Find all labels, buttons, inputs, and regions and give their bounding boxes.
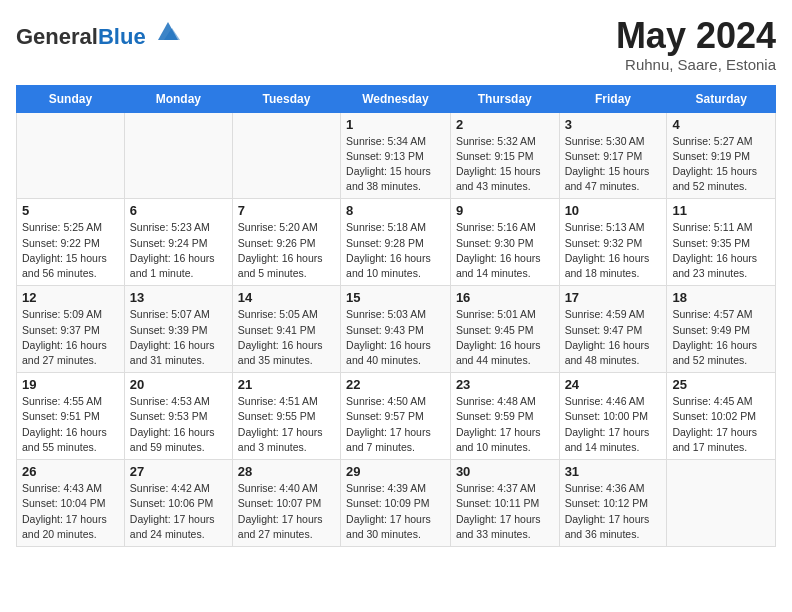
calendar-cell (124, 112, 232, 199)
calendar-cell: 1Sunrise: 5:34 AMSunset: 9:13 PMDaylight… (341, 112, 451, 199)
day-number: 13 (130, 290, 227, 305)
day-detail: Sunrise: 4:36 AMSunset: 10:12 PMDaylight… (565, 481, 662, 542)
day-detail: Sunrise: 5:16 AMSunset: 9:30 PMDaylight:… (456, 220, 554, 281)
day-number: 25 (672, 377, 770, 392)
day-detail: Sunrise: 5:09 AMSunset: 9:37 PMDaylight:… (22, 307, 119, 368)
day-detail: Sunrise: 5:32 AMSunset: 9:15 PMDaylight:… (456, 134, 554, 195)
calendar-cell (232, 112, 340, 199)
day-number: 17 (565, 290, 662, 305)
day-number: 11 (672, 203, 770, 218)
day-number: 30 (456, 464, 554, 479)
day-number: 28 (238, 464, 335, 479)
day-detail: Sunrise: 5:27 AMSunset: 9:19 PMDaylight:… (672, 134, 770, 195)
day-detail: Sunrise: 4:45 AMSunset: 10:02 PMDaylight… (672, 394, 770, 455)
day-number: 21 (238, 377, 335, 392)
day-detail: Sunrise: 4:50 AMSunset: 9:57 PMDaylight:… (346, 394, 445, 455)
day-number: 15 (346, 290, 445, 305)
day-number: 27 (130, 464, 227, 479)
calendar-cell: 6Sunrise: 5:23 AMSunset: 9:24 PMDaylight… (124, 199, 232, 286)
day-detail: Sunrise: 4:37 AMSunset: 10:11 PMDaylight… (456, 481, 554, 542)
logo-icon (154, 16, 182, 44)
day-detail: Sunrise: 4:53 AMSunset: 9:53 PMDaylight:… (130, 394, 227, 455)
day-detail: Sunrise: 5:20 AMSunset: 9:26 PMDaylight:… (238, 220, 335, 281)
day-number: 18 (672, 290, 770, 305)
calendar-cell: 4Sunrise: 5:27 AMSunset: 9:19 PMDaylight… (667, 112, 776, 199)
weekday-header: Saturday (667, 85, 776, 112)
day-detail: Sunrise: 4:42 AMSunset: 10:06 PMDaylight… (130, 481, 227, 542)
calendar-cell: 9Sunrise: 5:16 AMSunset: 9:30 PMDaylight… (450, 199, 559, 286)
day-number: 9 (456, 203, 554, 218)
calendar-cell (667, 460, 776, 547)
day-detail: Sunrise: 5:18 AMSunset: 9:28 PMDaylight:… (346, 220, 445, 281)
day-detail: Sunrise: 5:11 AMSunset: 9:35 PMDaylight:… (672, 220, 770, 281)
calendar-cell: 19Sunrise: 4:55 AMSunset: 9:51 PMDayligh… (17, 373, 125, 460)
page-header: GeneralBlue May 2024 Ruhnu, Saare, Eston… (16, 16, 776, 73)
day-number: 12 (22, 290, 119, 305)
day-number: 16 (456, 290, 554, 305)
day-detail: Sunrise: 4:46 AMSunset: 10:00 PMDaylight… (565, 394, 662, 455)
month-title: May 2024 (616, 16, 776, 56)
day-number: 8 (346, 203, 445, 218)
day-number: 20 (130, 377, 227, 392)
calendar-table: SundayMondayTuesdayWednesdayThursdayFrid… (16, 85, 776, 547)
day-detail: Sunrise: 5:25 AMSunset: 9:22 PMDaylight:… (22, 220, 119, 281)
day-number: 5 (22, 203, 119, 218)
day-number: 29 (346, 464, 445, 479)
calendar-cell: 2Sunrise: 5:32 AMSunset: 9:15 PMDaylight… (450, 112, 559, 199)
calendar-header: SundayMondayTuesdayWednesdayThursdayFrid… (17, 85, 776, 112)
day-detail: Sunrise: 4:39 AMSunset: 10:09 PMDaylight… (346, 481, 445, 542)
day-number: 23 (456, 377, 554, 392)
calendar-cell: 26Sunrise: 4:43 AMSunset: 10:04 PMDaylig… (17, 460, 125, 547)
day-detail: Sunrise: 4:40 AMSunset: 10:07 PMDaylight… (238, 481, 335, 542)
logo: GeneralBlue (16, 16, 182, 49)
calendar-cell: 14Sunrise: 5:05 AMSunset: 9:41 PMDayligh… (232, 286, 340, 373)
day-number: 6 (130, 203, 227, 218)
calendar-cell: 29Sunrise: 4:39 AMSunset: 10:09 PMDaylig… (341, 460, 451, 547)
weekday-header: Friday (559, 85, 667, 112)
weekday-header: Sunday (17, 85, 125, 112)
day-detail: Sunrise: 5:13 AMSunset: 9:32 PMDaylight:… (565, 220, 662, 281)
calendar-cell: 25Sunrise: 4:45 AMSunset: 10:02 PMDaylig… (667, 373, 776, 460)
weekday-header: Tuesday (232, 85, 340, 112)
calendar-cell: 11Sunrise: 5:11 AMSunset: 9:35 PMDayligh… (667, 199, 776, 286)
logo-general-text: General (16, 24, 98, 49)
day-detail: Sunrise: 4:59 AMSunset: 9:47 PMDaylight:… (565, 307, 662, 368)
calendar-cell: 30Sunrise: 4:37 AMSunset: 10:11 PMDaylig… (450, 460, 559, 547)
day-number: 19 (22, 377, 119, 392)
day-detail: Sunrise: 4:51 AMSunset: 9:55 PMDaylight:… (238, 394, 335, 455)
day-number: 24 (565, 377, 662, 392)
calendar-cell: 3Sunrise: 5:30 AMSunset: 9:17 PMDaylight… (559, 112, 667, 199)
calendar-cell (17, 112, 125, 199)
calendar-cell: 17Sunrise: 4:59 AMSunset: 9:47 PMDayligh… (559, 286, 667, 373)
calendar-cell: 27Sunrise: 4:42 AMSunset: 10:06 PMDaylig… (124, 460, 232, 547)
calendar-cell: 10Sunrise: 5:13 AMSunset: 9:32 PMDayligh… (559, 199, 667, 286)
day-number: 14 (238, 290, 335, 305)
title-block: May 2024 Ruhnu, Saare, Estonia (616, 16, 776, 73)
calendar-cell: 23Sunrise: 4:48 AMSunset: 9:59 PMDayligh… (450, 373, 559, 460)
day-detail: Sunrise: 4:57 AMSunset: 9:49 PMDaylight:… (672, 307, 770, 368)
day-number: 3 (565, 117, 662, 132)
calendar-cell: 13Sunrise: 5:07 AMSunset: 9:39 PMDayligh… (124, 286, 232, 373)
logo-blue-text: Blue (98, 24, 146, 49)
day-number: 4 (672, 117, 770, 132)
weekday-header: Wednesday (341, 85, 451, 112)
day-number: 26 (22, 464, 119, 479)
day-detail: Sunrise: 4:55 AMSunset: 9:51 PMDaylight:… (22, 394, 119, 455)
day-number: 2 (456, 117, 554, 132)
day-number: 7 (238, 203, 335, 218)
day-detail: Sunrise: 5:23 AMSunset: 9:24 PMDaylight:… (130, 220, 227, 281)
day-detail: Sunrise: 5:01 AMSunset: 9:45 PMDaylight:… (456, 307, 554, 368)
calendar-cell: 18Sunrise: 4:57 AMSunset: 9:49 PMDayligh… (667, 286, 776, 373)
day-number: 22 (346, 377, 445, 392)
calendar-cell: 15Sunrise: 5:03 AMSunset: 9:43 PMDayligh… (341, 286, 451, 373)
day-detail: Sunrise: 5:30 AMSunset: 9:17 PMDaylight:… (565, 134, 662, 195)
day-number: 10 (565, 203, 662, 218)
day-detail: Sunrise: 4:43 AMSunset: 10:04 PMDaylight… (22, 481, 119, 542)
calendar-cell: 31Sunrise: 4:36 AMSunset: 10:12 PMDaylig… (559, 460, 667, 547)
day-number: 1 (346, 117, 445, 132)
day-detail: Sunrise: 5:34 AMSunset: 9:13 PMDaylight:… (346, 134, 445, 195)
calendar-cell: 20Sunrise: 4:53 AMSunset: 9:53 PMDayligh… (124, 373, 232, 460)
calendar-cell: 12Sunrise: 5:09 AMSunset: 9:37 PMDayligh… (17, 286, 125, 373)
day-detail: Sunrise: 5:05 AMSunset: 9:41 PMDaylight:… (238, 307, 335, 368)
calendar-cell: 8Sunrise: 5:18 AMSunset: 9:28 PMDaylight… (341, 199, 451, 286)
